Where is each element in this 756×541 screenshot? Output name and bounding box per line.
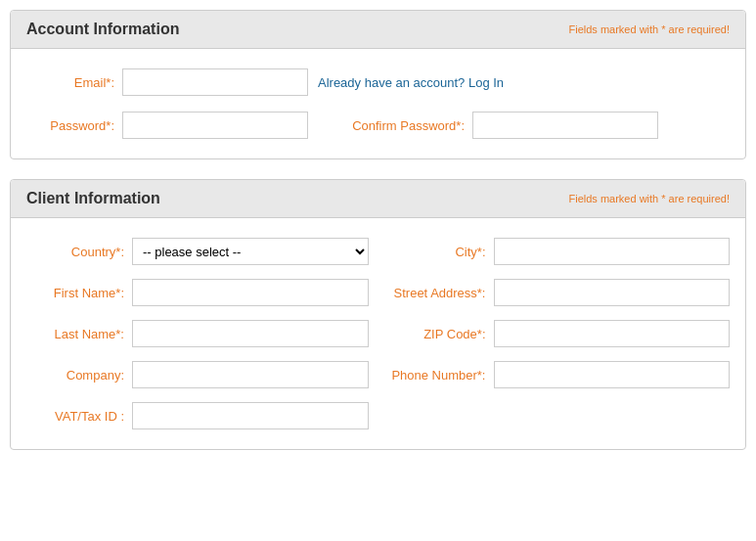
account-section-header: Account Information Fields marked with *…: [11, 11, 745, 49]
phone-number-input[interactable]: [494, 361, 731, 388]
account-information-section: Account Information Fields marked with *…: [10, 10, 746, 159]
password-group: Password*:: [26, 112, 308, 139]
street-address-group: Street Address*:: [388, 279, 731, 306]
confirm-password-input[interactable]: [472, 112, 658, 139]
email-row: Email*: Already have an account? Log In: [26, 68, 730, 96]
vat-label: VAT/Tax ID :: [26, 409, 124, 424]
country-group: Country*: -- please select --: [26, 238, 369, 265]
street-address-label: Street Address*:: [388, 286, 486, 300]
company-input[interactable]: [132, 361, 369, 388]
client-section-title: Client Information: [26, 190, 160, 207]
zip-code-label: ZIP Code*:: [388, 327, 486, 341]
first-name-input[interactable]: [132, 279, 369, 306]
client-section-body: Country*: -- please select -- City*: Fir…: [11, 218, 745, 449]
country-select[interactable]: -- please select --: [132, 238, 369, 265]
zip-code-input[interactable]: [494, 320, 731, 347]
vat-input[interactable]: [132, 402, 369, 429]
last-name-label: Last Name*:: [26, 327, 124, 341]
country-label: Country*:: [26, 245, 124, 259]
last-name-group: Last Name*:: [26, 320, 369, 347]
confirm-password-label: Confirm Password*:: [337, 118, 465, 133]
client-information-section: Client Information Fields marked with * …: [10, 179, 746, 450]
vat-group: VAT/Tax ID :: [26, 402, 369, 429]
city-label: City*:: [388, 245, 486, 259]
first-name-label: First Name*:: [26, 286, 124, 300]
street-address-input[interactable]: [494, 279, 731, 306]
city-group: City*:: [388, 238, 731, 265]
email-label: Email*:: [26, 75, 114, 90]
zip-code-group: ZIP Code*:: [388, 320, 731, 347]
client-form-grid: Country*: -- please select -- City*: Fir…: [26, 238, 730, 429]
password-input[interactable]: [122, 112, 308, 139]
first-name-group: First Name*:: [26, 279, 369, 306]
account-section-body: Email*: Already have an account? Log In …: [11, 49, 745, 158]
company-group: Company:: [26, 361, 369, 388]
email-input[interactable]: [122, 68, 308, 96]
empty-cell: [388, 402, 731, 429]
city-input[interactable]: [494, 238, 731, 265]
login-link[interactable]: Already have an account? Log In: [318, 75, 504, 90]
phone-number-group: Phone Number*:: [388, 361, 731, 388]
password-label: Password*:: [26, 118, 114, 133]
phone-number-label: Phone Number*:: [388, 368, 486, 383]
password-row: Password*: Confirm Password*:: [26, 112, 730, 139]
client-required-note: Fields marked with * are required!: [569, 193, 730, 204]
account-section-title: Account Information: [26, 21, 179, 38]
company-label: Company:: [26, 368, 124, 383]
client-section-header: Client Information Fields marked with * …: [11, 180, 745, 218]
confirm-password-group: Confirm Password*:: [337, 112, 658, 139]
email-group: Email*:: [26, 68, 308, 96]
last-name-input[interactable]: [132, 320, 369, 347]
account-required-note: Fields marked with * are required!: [569, 23, 730, 35]
